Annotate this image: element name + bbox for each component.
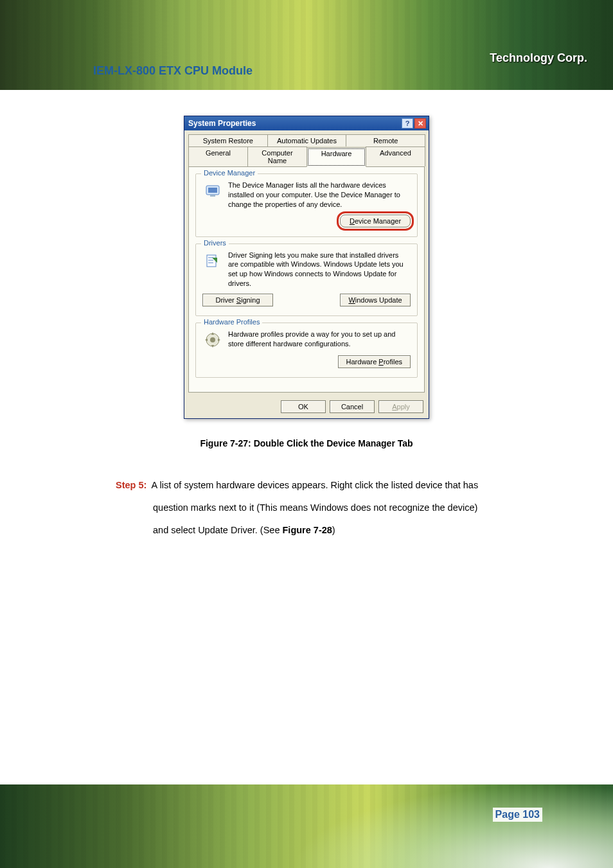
group-legend: Hardware Profiles (201, 318, 262, 326)
step-5-block: Step 5: A list of system hardware device… (116, 474, 497, 541)
hardware-profiles-icon (202, 330, 223, 350)
group-text: Hardware profiles provide a way for you … (228, 330, 411, 350)
apply-button[interactable]: Apply (378, 400, 423, 413)
page-number: Page 103 (493, 808, 542, 822)
tab-general[interactable]: General (188, 146, 248, 166)
dialog-titlebar: System Properties ? ✕ (184, 116, 429, 130)
group-text: Driver Signing lets you make sure that i… (228, 251, 411, 288)
svg-rect-2 (210, 195, 215, 197)
driver-signing-button[interactable]: Driver Signing (202, 294, 273, 306)
step-text-line3c: ) (332, 525, 335, 535)
footer-banner: Page 103 (0, 784, 613, 868)
svg-point-8 (210, 337, 215, 342)
system-properties-dialog: System Properties ? ✕ System Restore Aut… (184, 116, 429, 419)
dialog-title: System Properties (188, 119, 256, 128)
group-legend: Device Manager (201, 169, 258, 177)
windows-update-button[interactable]: Windows Update (340, 294, 411, 306)
device-manager-icon (202, 181, 223, 201)
svg-rect-3 (207, 255, 216, 267)
figure-ref: Figure 7-28 (283, 525, 332, 535)
device-manager-button[interactable]: Device Manager (340, 215, 411, 227)
step-text-line1: A list of system hardware devices appear… (152, 480, 479, 490)
close-button[interactable]: ✕ (414, 118, 426, 128)
step-label: Step 5: (116, 480, 147, 490)
tab-remote[interactable]: Remote (346, 134, 425, 146)
tabs-row-top: System Restore Automatic Updates Remote (184, 130, 429, 146)
tab-hardware[interactable]: Hardware (306, 147, 366, 167)
figure-caption: Figure 7-27: Double Click the Device Man… (0, 438, 613, 448)
step-text-line3a: and select Update Driver. (See (153, 525, 283, 535)
group-drivers: Drivers Driver Signing lets you make sur… (195, 244, 418, 316)
document-title: IEM-LX-800 ETX CPU Module (93, 64, 253, 78)
step-text-line2: question marks next to it (This means Wi… (153, 497, 477, 519)
tab-system-restore[interactable]: System Restore (188, 134, 268, 146)
header-banner: Technology Corp. (0, 0, 613, 90)
dialog-footer: OK Cancel Apply (184, 396, 429, 418)
tab-automatic-updates[interactable]: Automatic Updates (267, 134, 347, 146)
device-manager-button-label: evice Manager (355, 217, 401, 225)
svg-rect-1 (208, 188, 217, 193)
group-hardware-profiles: Hardware Profiles Hardware profiles prov… (195, 323, 418, 378)
brand-logo-text: Technology Corp. (490, 51, 587, 65)
hardware-profiles-button[interactable]: Hardware Profiles (338, 355, 411, 368)
cancel-button[interactable]: Cancel (330, 400, 375, 413)
tab-panel-hardware: Device Manager The Device Manager lists … (188, 166, 425, 393)
group-text: The Device Manager lists all the hardwar… (228, 181, 411, 209)
tab-advanced[interactable]: Advanced (366, 146, 425, 166)
ok-button[interactable]: OK (281, 400, 326, 413)
group-legend: Drivers (201, 239, 229, 247)
tabs-row-bottom: General Computer Name Hardware Advanced (184, 146, 429, 166)
help-button[interactable]: ? (402, 118, 413, 128)
drivers-icon (202, 251, 223, 271)
group-device-manager: Device Manager The Device Manager lists … (195, 173, 418, 237)
tab-computer-name[interactable]: Computer Name (247, 146, 307, 166)
